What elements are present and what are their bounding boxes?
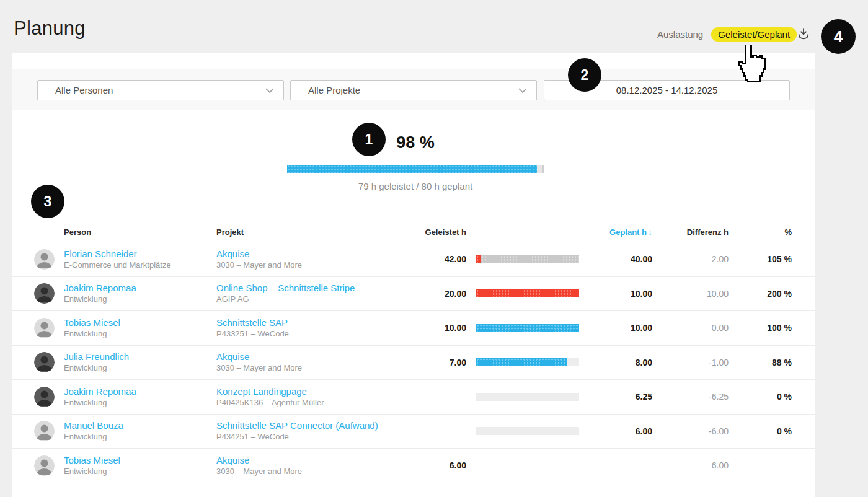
table-row[interactable]: Manuel BouzaEntwicklungSchnittstelle SAP… xyxy=(12,415,815,449)
summary-percent: 98 % xyxy=(287,133,544,152)
project-subtitle: P40425K136 – Agentur Müller xyxy=(216,398,379,408)
bar-segment-red xyxy=(476,255,481,263)
avatar[interactable] xyxy=(34,455,55,476)
person-subtitle: Entwicklung xyxy=(64,330,216,339)
col-header-geleistet[interactable]: Geleistet h xyxy=(379,227,466,237)
person-link[interactable]: Julia Freundlich xyxy=(64,351,216,362)
bar-segment-blue xyxy=(476,358,567,366)
bar-segment-light xyxy=(476,427,579,435)
person-subtitle: Entwicklung xyxy=(64,467,216,477)
avatar[interactable] xyxy=(34,352,55,372)
chevron-down-icon xyxy=(265,87,275,94)
col-header-person[interactable]: Person xyxy=(64,227,216,237)
table-row[interactable]: Florian SchneiderE-Commerce und Marktplä… xyxy=(12,242,815,277)
avatar[interactable] xyxy=(34,421,55,441)
project-subtitle: 3030 – Mayer and More xyxy=(216,261,379,270)
persons-select-value: Alle Personen xyxy=(55,85,113,95)
tab-geleistet-geplant[interactable]: Geleistet/Geplant xyxy=(711,27,797,42)
geleistet-value: 7.00 xyxy=(379,358,466,367)
persons-select[interactable]: Alle Personen xyxy=(37,80,284,100)
person-subtitle: E-Commerce und Marktplätze xyxy=(64,261,216,270)
project-link[interactable]: Akquise xyxy=(216,351,379,362)
project-cell: Online Shop – Schnittstelle StripeAGIP A… xyxy=(216,283,379,304)
table-row[interactable]: Tobias MieselEntwicklungAkquise3030 – Ma… xyxy=(12,449,815,483)
date-range-value: 08.12.2025 - 14.12.2025 xyxy=(616,85,717,95)
person-link[interactable]: Tobias Miesel xyxy=(64,455,216,465)
download-icon[interactable] xyxy=(797,27,810,40)
table-body: Florian SchneiderE-Commerce und Marktplä… xyxy=(12,242,815,483)
person-cell: Florian SchneiderE-Commerce und Marktplä… xyxy=(64,248,216,270)
projects-select[interactable]: Alle Projekte xyxy=(290,80,537,100)
annotation-circle-4: 4 xyxy=(821,19,856,54)
project-link[interactable]: Konzept Landingpage xyxy=(216,386,379,397)
person-link[interactable]: Joakim Repomaa xyxy=(64,386,216,397)
project-subtitle: AGIP AG xyxy=(216,295,379,304)
sort-desc-icon: ↓ xyxy=(648,227,652,237)
geplant-value: 6.25 xyxy=(579,392,652,402)
person-link[interactable]: Joakim Repomaa xyxy=(64,283,216,293)
col-header-geplant[interactable]: Geplant h↓ xyxy=(579,227,652,237)
project-link[interactable]: Schnittstelle SAP Connector (Aufwand) xyxy=(216,420,379,431)
row-progress-bar xyxy=(476,324,579,332)
geplant-value: 10.00 xyxy=(579,289,652,299)
project-subtitle: P433251 – WeCode xyxy=(216,330,379,339)
geleistet-value: 20.00 xyxy=(379,289,466,299)
person-cell: Joakim RepomaaEntwicklung xyxy=(64,386,216,408)
differenz-value: 10.00 xyxy=(652,289,728,299)
person-link[interactable]: Tobias Miesel xyxy=(64,317,216,328)
view-switcher: Auslastung Geleistet/Geplant xyxy=(657,27,797,42)
table-row[interactable]: Tobias MieselEntwicklungSchnittstelle SA… xyxy=(12,311,815,346)
row-progress-bar xyxy=(476,289,579,297)
bar-segment-light xyxy=(567,358,579,366)
summary-progress-bar xyxy=(287,165,544,173)
project-link[interactable]: Online Shop – Schnittstelle Stripe xyxy=(216,283,379,293)
col-header-projekt[interactable]: Projekt xyxy=(216,227,379,237)
person-cell: Tobias MieselEntwicklung xyxy=(64,317,216,339)
avatar[interactable] xyxy=(34,318,55,338)
percent-value: 100 % xyxy=(728,323,792,333)
row-progress-bar xyxy=(476,393,579,401)
row-progress-bar xyxy=(476,358,579,366)
annotation-circle-1: 1 xyxy=(352,123,386,156)
project-subtitle: P434251 – WeCode xyxy=(216,433,379,442)
annotation-circle-2: 2 xyxy=(568,58,601,92)
summary-bar-fill xyxy=(287,165,537,173)
percent-value: 88 % xyxy=(728,358,792,367)
person-cell: Julia FreundlichEntwicklung xyxy=(64,351,216,373)
summary-bar-cap xyxy=(542,165,544,173)
project-link[interactable]: Akquise xyxy=(216,455,379,465)
project-cell: Konzept LandingpageP40425K136 – Agentur … xyxy=(216,386,379,408)
person-link[interactable]: Florian Schneider xyxy=(64,248,216,259)
tab-auslastung[interactable]: Auslastung xyxy=(657,29,703,40)
geplant-value: 6.00 xyxy=(579,426,652,436)
col-header-percent[interactable]: % xyxy=(728,227,792,237)
col-header-differenz[interactable]: Differenz h xyxy=(652,227,728,237)
avatar[interactable] xyxy=(34,249,55,270)
table-row[interactable]: Julia FreundlichEntwicklungAkquise3030 –… xyxy=(12,346,815,380)
geleistet-value: 6.00 xyxy=(379,460,466,470)
bar-segment-red xyxy=(476,289,579,297)
avatar[interactable] xyxy=(34,387,55,407)
geplant-value: 10.00 xyxy=(579,323,652,333)
person-link[interactable]: Manuel Bouza xyxy=(64,420,216,431)
table-row[interactable]: Joakim RepomaaEntwicklungOnline Shop – S… xyxy=(12,277,815,312)
project-cell: Schnittstelle SAP Connector (Aufwand)P43… xyxy=(216,420,379,442)
project-subtitle: 3030 – Mayer and More xyxy=(216,364,379,373)
annotation-circle-3: 3 xyxy=(31,185,64,218)
projects-select-value: Alle Projekte xyxy=(308,85,360,95)
project-link[interactable]: Akquise xyxy=(216,248,379,259)
bar-segment-gray xyxy=(481,255,579,263)
avatar[interactable] xyxy=(34,283,55,304)
percent-value: 200 % xyxy=(728,289,792,299)
project-link[interactable]: Schnittstelle SAP xyxy=(216,317,379,328)
person-subtitle: Entwicklung xyxy=(64,398,216,408)
person-cell: Tobias MieselEntwicklung xyxy=(64,455,216,477)
person-cell: Manuel BouzaEntwicklung xyxy=(64,420,216,442)
top-spacer-band xyxy=(12,53,815,69)
planning-page: Planung Auslastung Geleistet/Geplant All… xyxy=(0,0,868,497)
chevron-down-icon xyxy=(518,87,528,94)
row-progress-bar xyxy=(476,427,579,435)
table-row[interactable]: Joakim RepomaaEntwicklungKonzept Landing… xyxy=(12,380,815,415)
page-title: Planung xyxy=(14,17,86,40)
geplant-value: 8.00 xyxy=(579,358,652,367)
